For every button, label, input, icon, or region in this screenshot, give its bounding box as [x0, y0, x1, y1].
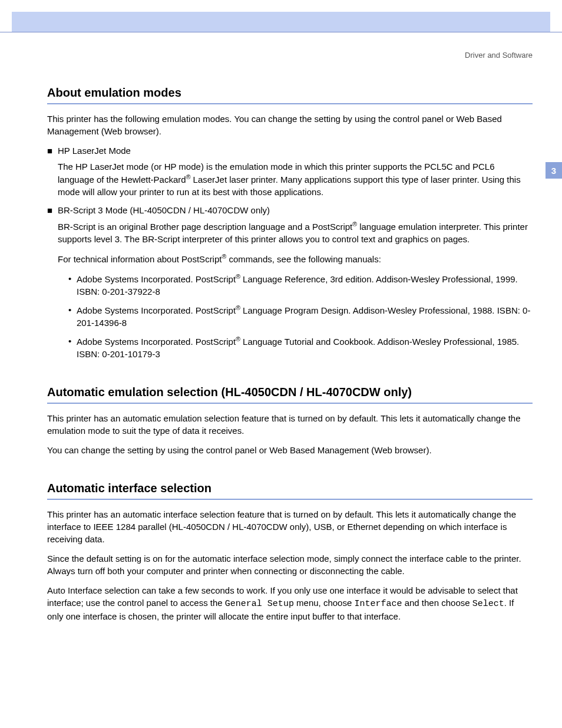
list-item: Adobe Systems Incorporated. PostScript® …	[68, 335, 533, 360]
menu-path-general-setup: General Setup	[225, 599, 294, 609]
top-banner	[0, 0, 562, 32]
intro-paragraph: This printer has the following emulation…	[47, 113, 533, 137]
mode-list: ■HP LaserJet Mode The HP LaserJet mode (…	[47, 144, 533, 360]
heading-auto-emulation: Automatic emulation selection (HL-4050CD…	[47, 384, 533, 400]
page-body: Driver and Software About emulation mode…	[0, 32, 562, 728]
registered-mark: ®	[236, 273, 240, 280]
text: Adobe Systems Incorporated. PostScript	[77, 337, 236, 347]
mode-brscript: ■BR-Script 3 Mode (HL-4050CDN / HL-4070C…	[47, 204, 533, 360]
heading-rule	[47, 499, 533, 500]
list-item: Adobe Systems Incorporated. PostScript® …	[68, 304, 533, 329]
mode-hp: ■HP LaserJet Mode The HP LaserJet mode (…	[47, 144, 533, 198]
reference-list: Adobe Systems Incorporated. PostScript® …	[68, 272, 533, 360]
text: and then choose	[402, 598, 472, 608]
mode-hp-body: The HP LaserJet mode (or HP mode) is the…	[58, 160, 533, 198]
mode-brscript-title: BR-Script 3 Mode (HL-4050CDN / HL-4070CD…	[58, 205, 270, 215]
top-banner-fill	[12, 12, 550, 32]
list-item: Adobe Systems Incorporated. PostScript® …	[68, 272, 533, 298]
menu-path-select: Select	[472, 599, 504, 609]
registered-mark: ®	[352, 220, 357, 228]
text: BR-Script is an original Brother page de…	[58, 220, 533, 245]
mode-brscript-body: BR-Script is an original Brother page de…	[58, 220, 533, 360]
square-bullet-icon: ■	[47, 144, 58, 157]
heading-auto-interface: Automatic interface selection	[47, 480, 533, 496]
text: For technical information about PostScri…	[58, 254, 222, 264]
text: Adobe Systems Incorporated. PostScript	[77, 305, 236, 315]
menu-path-interface: Interface	[354, 599, 402, 609]
heading-rule	[47, 103, 533, 104]
text: You can change the setting by using the …	[47, 444, 533, 456]
heading-rule	[47, 403, 533, 404]
text: Since the default setting is on for the …	[47, 552, 533, 577]
text: This printer has an automatic emulation …	[47, 412, 533, 437]
heading-about-emulation: About emulation modes	[47, 84, 533, 101]
registered-mark: ®	[236, 335, 240, 342]
running-header: Driver and Software	[47, 50, 533, 61]
text: Adobe Systems Incorporated. PostScript	[77, 274, 236, 284]
text: menu, choose	[294, 598, 355, 608]
mode-hp-title: HP LaserJet Mode	[58, 146, 131, 156]
text: Auto Interface selection can take a few …	[47, 584, 533, 622]
text: For technical information about PostScri…	[58, 252, 533, 265]
text: This printer has an automatic interface …	[47, 508, 533, 545]
text: BR-Script is an original Brother page de…	[58, 222, 352, 232]
text: commands, see the following manuals:	[226, 254, 381, 264]
square-bullet-icon: ■	[47, 204, 58, 216]
registered-mark: ®	[236, 304, 240, 311]
